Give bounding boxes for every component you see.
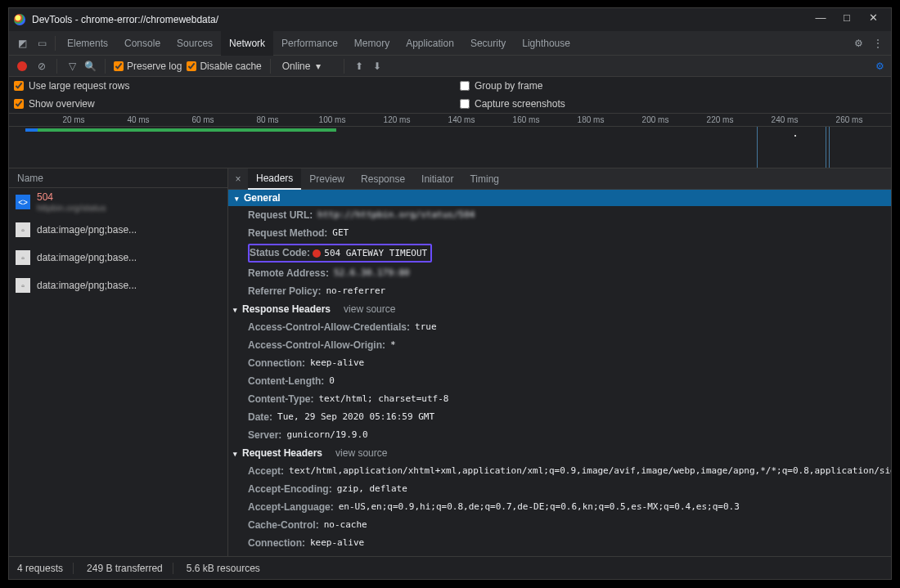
- ruler-tick: 200 ms: [642, 115, 669, 124]
- chrome-icon: [14, 14, 25, 25]
- options-row-1: Use large request rows Group by frame: [9, 77, 891, 95]
- header-key: Cache-Control:: [248, 518, 319, 532]
- tab-application[interactable]: Application: [398, 31, 462, 56]
- request-row[interactable]: ▫data:image/png;base...: [9, 216, 227, 244]
- header-key: Connection:: [248, 536, 305, 550]
- network-settings-icon[interactable]: ⚙: [873, 61, 886, 72]
- header-value: Tue, 29 Sep 2020 05:16:59 GMT: [277, 410, 434, 424]
- header-value: true: [415, 320, 437, 334]
- view-source-link[interactable]: view source: [344, 303, 395, 315]
- status-code-key: Status Code:: [250, 247, 310, 258]
- ruler-tick: 160 ms: [513, 115, 540, 124]
- show-overview-checkbox[interactable]: [14, 99, 24, 109]
- tab-network[interactable]: Network: [221, 31, 273, 56]
- status-code-value: 504 GATEWAY TIMEOUT: [324, 248, 427, 258]
- ruler-tick: 60 ms: [191, 115, 214, 124]
- tab-console[interactable]: Console: [116, 31, 169, 56]
- tab-initiator[interactable]: Initiator: [413, 168, 461, 190]
- filter-icon[interactable]: ▽: [65, 61, 79, 72]
- capture-screenshots-checkbox[interactable]: [460, 99, 470, 109]
- record-button[interactable]: [17, 61, 27, 71]
- window-title: DevTools - chrome-error://chromewebdata/: [32, 14, 808, 25]
- request-url-value: http://httpbin.org/status/504: [317, 208, 475, 222]
- header-value: keep-alive: [310, 536, 364, 550]
- remote-address-key: Remote Address:: [248, 266, 329, 281]
- status-resources: 5.6 kB resources: [187, 563, 270, 574]
- ruler-tick: 140 ms: [448, 115, 475, 124]
- header-key: Accept-Encoding:: [248, 482, 332, 496]
- options-row-2: Show overview Capture screenshots: [9, 95, 891, 113]
- header-key: Connection:: [248, 356, 305, 370]
- request-method-value: GET: [332, 226, 349, 240]
- status-code-highlight: Status Code: 504 GATEWAY TIMEOUT: [248, 244, 432, 263]
- preserve-log-checkbox[interactable]: Preserve log: [114, 61, 182, 72]
- search-icon[interactable]: 🔍: [83, 61, 97, 72]
- tab-preview[interactable]: Preview: [301, 168, 353, 190]
- header-value: gunicorn/19.9.0: [286, 428, 367, 442]
- request-url-key: Request URL:: [248, 208, 313, 222]
- capture-screenshots-label: Capture screenshots: [475, 98, 565, 110]
- clear-icon[interactable]: ⊘: [35, 61, 48, 72]
- download-icon[interactable]: ⬇: [371, 61, 384, 72]
- request-name: data:image/png;base...: [37, 224, 137, 236]
- minimize-button[interactable]: —: [808, 11, 834, 28]
- header-value: 0: [329, 374, 335, 388]
- header-key: Access-Control-Allow-Credentials:: [248, 320, 410, 334]
- network-toolbar: ⊘ ▽ 🔍 Preserve log Disable cache Online …: [9, 56, 891, 77]
- close-button[interactable]: ✕: [860, 11, 886, 28]
- timeline-overview[interactable]: 20 ms40 ms60 ms80 ms100 ms120 ms140 ms16…: [9, 113, 891, 168]
- disable-cache-checkbox[interactable]: Disable cache: [187, 61, 261, 72]
- divider: [55, 36, 56, 51]
- header-value: no-cache: [324, 518, 367, 532]
- status-transferred: 249 B transferred: [87, 563, 173, 574]
- maximize-button[interactable]: □: [834, 11, 860, 28]
- request-sub: httpbin.org/status: [37, 203, 106, 213]
- section-response-headers[interactable]: Response Headersview source: [228, 300, 891, 318]
- request-row[interactable]: ▫data:image/png;base...: [9, 244, 227, 272]
- status-requests: 4 requests: [17, 563, 74, 574]
- device-icon[interactable]: ▭: [32, 34, 52, 53]
- request-row[interactable]: ▫data:image/png;base...: [9, 272, 227, 299]
- tab-timing[interactable]: Timing: [461, 168, 507, 190]
- ruler-tick: 240 ms: [772, 115, 799, 124]
- tab-elements[interactable]: Elements: [59, 31, 116, 56]
- header-value: gzip, deflate: [337, 482, 407, 496]
- request-name: 504: [37, 191, 106, 203]
- request-list-header[interactable]: Name: [9, 168, 227, 188]
- section-request-headers[interactable]: Request Headersview source: [228, 444, 891, 462]
- ruler-tick: 40 ms: [127, 115, 149, 124]
- tab-memory[interactable]: Memory: [346, 31, 398, 56]
- group-by-frame-checkbox[interactable]: [460, 81, 470, 91]
- throttling-select[interactable]: Online ▾: [279, 59, 335, 74]
- request-method-key: Request Method:: [248, 226, 327, 240]
- use-large-rows-checkbox[interactable]: [14, 81, 24, 91]
- file-type-icon: ▫: [16, 250, 30, 265]
- more-icon[interactable]: ⋮: [868, 34, 888, 53]
- status-dot-icon: [313, 249, 321, 258]
- request-list: Name <>504httpbin.org/status▫data:image/…: [9, 168, 228, 556]
- ruler-tick: 100 ms: [319, 115, 346, 124]
- header-value: keep-alive: [310, 356, 364, 370]
- file-type-icon: ▫: [16, 222, 30, 237]
- header-key: Content-Type:: [248, 392, 313, 406]
- header-key: Accept:: [248, 464, 284, 478]
- tab-performance[interactable]: Performance: [273, 31, 346, 56]
- inspect-icon[interactable]: ◩: [12, 34, 32, 53]
- tab-security[interactable]: Security: [462, 31, 514, 56]
- tab-sources[interactable]: Sources: [169, 31, 221, 56]
- header-value: text/html; charset=utf-8: [318, 392, 448, 406]
- upload-icon[interactable]: ⬆: [353, 61, 366, 72]
- tab-lighthouse[interactable]: Lighthouse: [514, 31, 578, 56]
- ruler-tick: 180 ms: [578, 115, 605, 124]
- header-value: text/html,application/xhtml+xml,applicat…: [289, 464, 891, 478]
- referrer-policy-value: no-referrer: [326, 284, 385, 298]
- header-key: Content-Length:: [248, 374, 324, 388]
- view-source-link[interactable]: view source: [335, 447, 387, 459]
- section-general[interactable]: General: [228, 190, 891, 206]
- header-value: *: [390, 338, 396, 352]
- detail-close-icon[interactable]: ×: [228, 173, 248, 185]
- tab-response[interactable]: Response: [353, 168, 413, 190]
- settings-icon[interactable]: ⚙: [848, 34, 868, 53]
- tab-headers[interactable]: Headers: [248, 168, 301, 190]
- request-row[interactable]: <>504httpbin.org/status: [9, 188, 227, 216]
